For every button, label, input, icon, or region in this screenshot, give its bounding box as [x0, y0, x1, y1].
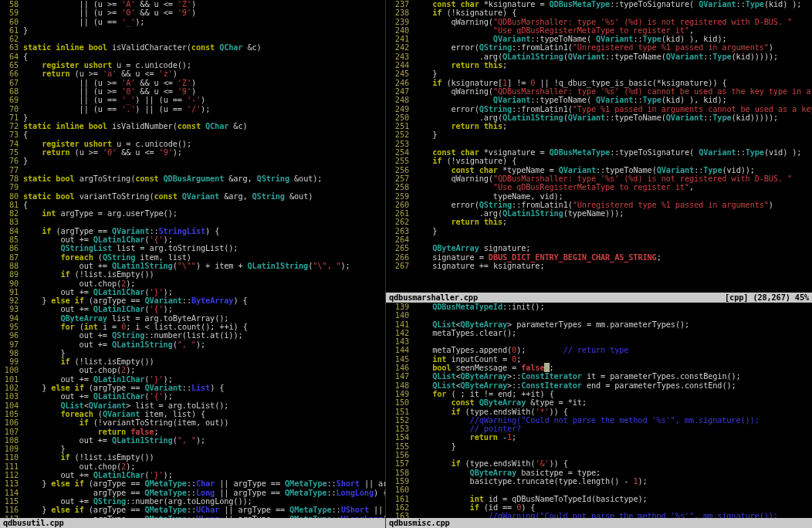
code-line[interactable]: 150 const QByteArray &type = *it;	[386, 398, 811, 407]
code-line[interactable]: 86 QStringList list = arg.toStringList()…	[0, 244, 384, 252]
left-code-area[interactable]: 58 || (u >= 'A' && u <= 'Z')59 || (u >= …	[0, 0, 385, 523]
code-line[interactable]: 262 return this;	[386, 218, 811, 226]
code-line[interactable]: 61}	[0, 26, 384, 35]
right-top-statusbar: qdbusmarshaller.cpp [cpp] (28,267) 45%	[386, 293, 812, 303]
code-line[interactable]: 106 if (!variantToString(item, out))	[0, 418, 384, 427]
code-line[interactable]: 251 return this;	[386, 122, 811, 130]
left-status-right: [cpp] (0,83) 13%	[270, 518, 382, 528]
right-bottom-file-name: qdbusmisc.cpp	[389, 518, 450, 528]
right-top-file-name: qdbusmarshaller.cpp	[389, 293, 478, 303]
code-line[interactable]: 72static inline bool isValidNumber(const…	[0, 122, 384, 130]
code-line[interactable]: 63static inline bool isValidCharacter(co…	[0, 43, 384, 52]
right-bottom-code-area[interactable]: 139 QDBusMetaTypeId::init();140141 QList…	[386, 303, 812, 518]
code-line[interactable]: 70 || (u == '.') || (u == '/');	[0, 105, 384, 113]
right-pane[interactable]: 237 const char *ksignature = QDBusMetaTy…	[386, 0, 812, 528]
code-line[interactable]: 163 //qWarning("Could not parse the meth…	[386, 512, 811, 518]
code-line[interactable]: 142 metaTypes.clear();	[386, 329, 811, 337]
left-file-name: qdbusutil.cpp	[3, 518, 64, 528]
left-statusbar: qdbusutil.cpp [cpp] (0,83) 13%	[0, 518, 385, 528]
editor-root: 58 || (u >= 'A' && u <= 'Z')59 || (u >= …	[0, 0, 812, 528]
code-line[interactable]: 252 }	[386, 130, 811, 139]
right-bottom-status-right: [cpp] (29,146) 79%	[688, 518, 809, 528]
code-line[interactable]: 78static bool argToString(const QDBusArg…	[0, 174, 384, 183]
code-line[interactable]: 76}	[0, 157, 384, 165]
code-line[interactable]: 59 || (u >= '0' && u <= '9')	[0, 8, 384, 17]
left-pane[interactable]: 58 || (u >= 'A' && u <= 'Z')59 || (u >= …	[0, 0, 386, 528]
code-line[interactable]: 159 basictype.truncate(type.length() - 1…	[386, 477, 811, 486]
code-line[interactable]: 155 }	[386, 442, 811, 451]
code-line[interactable]: 82 int argType = arg.userType();	[0, 209, 384, 218]
code-line[interactable]: 139 QDBusMetaTypeId::init();	[386, 303, 811, 311]
code-line[interactable]: 80static bool variantToString(const QVar…	[0, 192, 384, 201]
code-line[interactable]: 75 return (u >= '0' && u <= '9');	[0, 148, 384, 157]
right-top-status-right: [cpp] (28,267) 45%	[725, 293, 809, 303]
code-line[interactable]: 263 }	[386, 227, 811, 235]
code-line[interactable]: 60 || (u == '_');	[0, 18, 384, 26]
code-line[interactable]: 267 signature += ksignature;	[386, 262, 811, 270]
code-line[interactable]: 244 return this;	[386, 61, 811, 69]
right-top-area[interactable]: 237 const char *ksignature = QDBusMetaTy…	[386, 0, 812, 293]
right-bottom-area[interactable]: 139 QDBusMetaTypeId::init();140141 QList…	[386, 303, 812, 518]
right-bottom-statusbar: qdbusmisc.cpp [cpp] (29,146) 79%	[386, 518, 812, 528]
right-top-code-area[interactable]: 237 const char *ksignature = QDBusMetaTy…	[386, 0, 812, 270]
code-line[interactable]: 89 if (!list.isEmpty())	[0, 270, 384, 279]
code-line[interactable]: 258 "Use qDBusRegisterMetaType to regist…	[386, 183, 811, 191]
